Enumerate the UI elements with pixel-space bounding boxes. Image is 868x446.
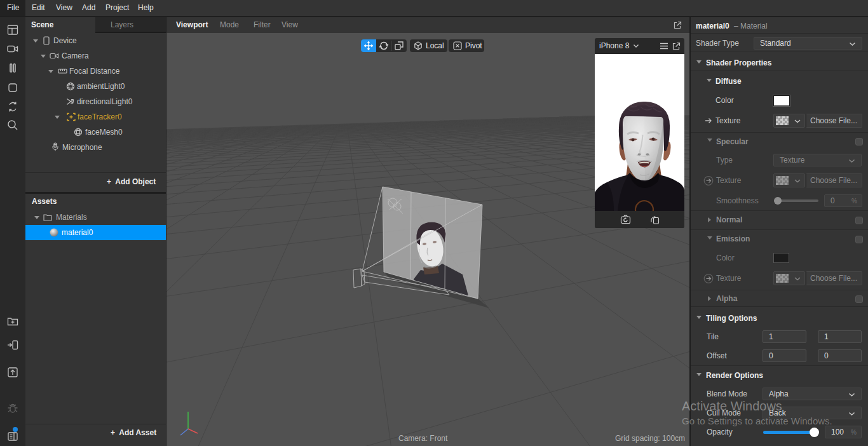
svg-text:Camera: Front: Camera: Front bbox=[398, 434, 448, 443]
svg-text:Grid spacing: 100cm: Grid spacing: 100cm bbox=[615, 434, 685, 443]
